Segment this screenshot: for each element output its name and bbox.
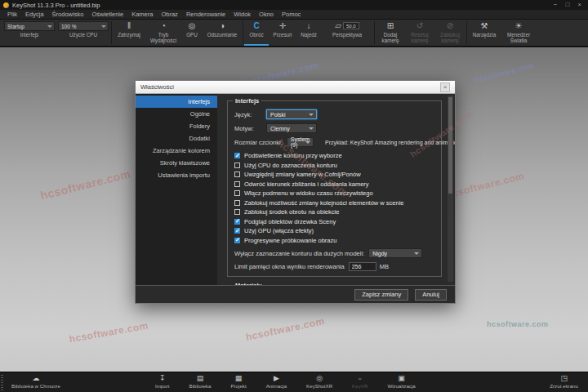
watermark-text: hcsoftware.com	[445, 170, 526, 200]
interface-groupbox: Interfejs Język: Polski Motyw: Ciem	[227, 100, 442, 277]
watermark-text: hcsoftware.com	[474, 61, 536, 84]
checkbox-unchecked-icon[interactable]	[234, 163, 240, 168]
cancel-button[interactable]: Anuluj	[415, 289, 447, 301]
menu-obraz[interactable]: Obraz	[157, 11, 181, 18]
pan-button[interactable]: ✛ Przesuń	[269, 20, 296, 46]
cloud-library-button[interactable]: ☁ Biblioteka w Chmurze	[11, 374, 60, 389]
checkbox-row[interactable]: Użyj GPU (włącza efekty)	[234, 226, 434, 236]
checkbox-row[interactable]: Odwróć kierunek zbliżania i oddalania ka…	[234, 180, 434, 189]
checkbox-row[interactable]: Progresywne próbkowanie obrazu	[234, 236, 434, 246]
realtime-viewport[interactable]: hcsoftware.com hcsoftware.com hcsoftware…	[0, 47, 588, 372]
outline-disable-row: Wyłącz zaznaczanie konturu dla dużych mo…	[234, 248, 434, 258]
checkbox-checked-icon[interactable]	[234, 153, 240, 158]
checkbox-unchecked-icon[interactable]	[234, 181, 240, 187]
outline-disable-select[interactable]: Nigdy	[368, 248, 422, 258]
checkbox-checked-icon[interactable]	[234, 228, 240, 234]
sidebar-item-foldery[interactable]: Foldery	[136, 120, 217, 132]
orbit-button[interactable]: C Obróć	[244, 20, 269, 46]
light-manager-button[interactable]: ☀ Menedżer Światła	[501, 20, 537, 46]
checkbox-row[interactable]: Uwzględnij zmiany kamery w Cofnij/Ponów	[234, 170, 434, 180]
add-camera-icon: ⊞	[387, 20, 394, 31]
cpu-usage-label: Użycie CPU	[69, 32, 97, 38]
sidebar-item-ustawienia-importu[interactable]: Ustawienia importu	[136, 169, 217, 181]
ribbon-drag-handle[interactable]	[1, 375, 3, 390]
perspective-value-field[interactable]	[343, 22, 359, 29]
checkbox-unchecked-icon[interactable]	[234, 172, 240, 177]
add-camera-button[interactable]: ⊞ Dodaj kamerę	[376, 20, 405, 46]
checkbox-row[interactable]: Włącz podmenu w widoku czasu rzeczywiste…	[234, 189, 434, 198]
animation-button[interactable]: ▶ Animacja	[266, 374, 287, 389]
visualization-icon: ▣	[398, 374, 405, 382]
sidebar-item-interfejs[interactable]: Interfejs	[136, 96, 217, 108]
library-button[interactable]: ▤ Biblioteka	[189, 374, 212, 389]
language-label: Język:	[234, 111, 262, 118]
memory-limit-row: Limit pamięci okna wyniku renderowania M…	[234, 262, 434, 271]
light-icon: ☀	[515, 20, 523, 31]
checkbox-unchecked-icon[interactable]	[234, 190, 240, 196]
window-title: KeyShot 11.3.3 Pro - untitled.bip	[12, 2, 100, 9]
project-button[interactable]: ▦ Projekt	[230, 374, 246, 389]
import-button[interactable]: ↧ Import	[155, 374, 170, 389]
dialog-close-button[interactable]: ×	[440, 82, 450, 92]
menu-oswietlenie[interactable]: Oświetlenie	[87, 11, 127, 18]
toolbar-separator	[374, 21, 375, 44]
scene-preset-select[interactable]: Startup	[4, 21, 55, 31]
dialog-titlebar[interactable]: Właściwości ×	[136, 81, 455, 94]
menu-edycja[interactable]: Edycja	[21, 11, 48, 18]
pause-button[interactable]: ‖ Zatrzymaj	[113, 20, 145, 46]
checkbox-checked-icon[interactable]	[234, 219, 240, 225]
reset-camera-icon: ↺	[416, 20, 423, 31]
chevron-down-icon	[47, 25, 52, 28]
visualization-button[interactable]: ▣ Wizualizacja	[387, 374, 415, 389]
denoise-button[interactable]: ◑ Odszumianie	[203, 20, 242, 46]
minimize-button[interactable]: −	[554, 0, 558, 10]
dialog-scrollbar[interactable]	[448, 96, 453, 282]
save-changes-button[interactable]: Zapisz zmiany	[354, 289, 408, 301]
keyshot-app-window: KeyShot 11.3.3 Pro - untitled.bip − □ × …	[0, 0, 588, 392]
sidebar-item-zarzadzanie-kolorem[interactable]: Zarządzanie kolorem	[136, 145, 217, 157]
keyvr-button: ◒ KeyVR	[352, 374, 368, 389]
menu-kamera[interactable]: Kamera	[127, 11, 157, 18]
menu-pomoc[interactable]: Pomoc	[278, 11, 305, 18]
font-size-select[interactable]: System (9)	[287, 137, 314, 147]
library-icon: ▤	[197, 374, 204, 382]
sidebar-item-skroty-klawiszowe[interactable]: Skróty klawiszowe	[136, 157, 217, 169]
menu-plik[interactable]: Plik	[3, 11, 21, 18]
checkbox-row[interactable]: Podświetlenie konturu przy wyborze	[234, 151, 434, 161]
dolly-button[interactable]: ↓ Najedź	[296, 20, 321, 46]
checkbox-checked-icon[interactable]	[234, 238, 240, 243]
checkbox-row[interactable]: Podgląd obiektów drzewka Sceny	[234, 217, 434, 227]
checkbox-row[interactable]: Zablokuj możliwość zmiany kolejności ele…	[234, 198, 434, 208]
checkbox-row[interactable]: Zablokuj środek obrotu na obiekcie	[234, 207, 434, 217]
maximize-button[interactable]: □	[565, 0, 569, 10]
menu-widok[interactable]: Widok	[229, 11, 255, 18]
sidebar-item-dodatki[interactable]: Dodatki	[136, 132, 217, 145]
sidebar-item-ogolne[interactable]: Ogólne	[136, 108, 217, 120]
checkbox-row[interactable]: Użyj CPU do zaznaczenia konturu	[234, 161, 434, 171]
language-select[interactable]: Polski	[266, 109, 317, 119]
screenshot-button[interactable]: ◳ Zrzut ekranu	[550, 374, 578, 389]
window-controls: − □ ×	[554, 0, 585, 10]
tools-button[interactable]: ⚒ Narzędzia	[468, 20, 501, 46]
outline-disable-label: Wyłącz zaznaczanie konturu dla dużych mo…	[234, 250, 364, 257]
watermark-text: hcsoftware.com	[39, 167, 132, 202]
menu-srodowisko[interactable]: Środowisko	[48, 11, 88, 18]
perspective-control[interactable]: ▱ Perspektywa	[321, 20, 373, 46]
close-button[interactable]: ×	[577, 0, 581, 10]
menu-okno[interactable]: Okno	[255, 11, 278, 18]
menu-renderowanie[interactable]: Renderowanie	[182, 11, 229, 18]
keyshotxr-button[interactable]: ◎ KeyShotXR	[306, 374, 332, 389]
theme-row: Motyw: Ciemny	[234, 123, 434, 133]
memory-limit-field[interactable]	[349, 262, 376, 271]
tools-icon: ⚒	[481, 20, 488, 31]
cpu-usage-group: 100 % Użycie CPU	[56, 20, 110, 46]
scrollbar-thumb[interactable]	[448, 97, 452, 194]
checkbox-unchecked-icon[interactable]	[234, 209, 240, 215]
gpu-button[interactable]: ◎ GPU	[181, 20, 203, 46]
theme-select[interactable]: Ciemny	[266, 123, 317, 133]
gpu-icon: ◎	[189, 20, 196, 31]
cpu-usage-select[interactable]: 100 %	[58, 21, 109, 31]
keyshot-logo-icon	[3, 2, 9, 8]
checkbox-unchecked-icon[interactable]	[234, 200, 240, 206]
performance-mode-button[interactable]: ◔ Tryb Wydajności	[145, 20, 181, 46]
